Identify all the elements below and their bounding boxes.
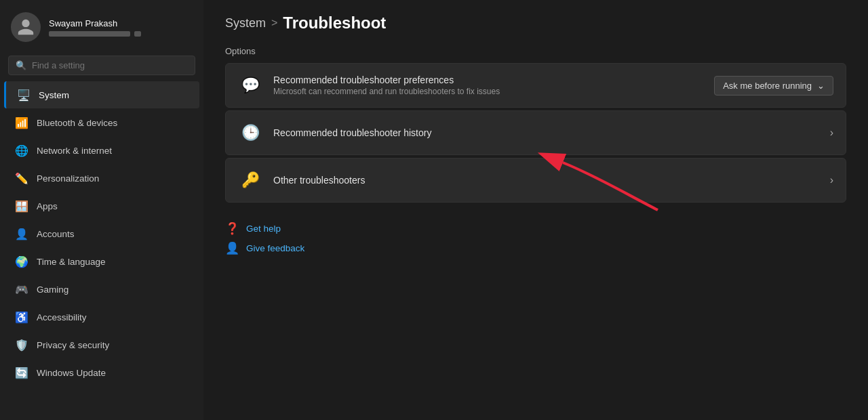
sidebar: Swayam Prakash 🔍 🖥️ System 📶 Bluetooth &… xyxy=(0,0,203,420)
sidebar-item-label: Gaming xyxy=(37,285,68,295)
sidebar-item-gaming[interactable]: 🎮 Gaming xyxy=(4,276,199,303)
option-card-recommended-prefs[interactable]: 💬 Recommended troubleshooter preferences… xyxy=(225,63,846,108)
option-card-recommended-history[interactable]: 🕒 Recommended troubleshooter history › xyxy=(225,110,846,155)
option-title: Recommended troubleshooter history xyxy=(273,127,819,138)
privacy-icon: 🛡️ xyxy=(15,338,28,352)
sidebar-item-apps[interactable]: 🪟 Apps xyxy=(4,192,199,219)
sidebar-item-accessibility[interactable]: ♿ Accessibility xyxy=(4,303,199,331)
sidebar-item-label: System xyxy=(39,90,69,100)
option-icon: 🕒 xyxy=(238,121,262,145)
sidebar-item-label: Accessibility xyxy=(37,312,87,322)
chevron-right-icon: › xyxy=(830,174,833,186)
avatar xyxy=(11,12,41,42)
options-list: 💬 Recommended troubleshooter preferences… xyxy=(225,63,846,203)
chevron-down-icon: ⌄ xyxy=(817,81,825,91)
dropdown-label: Ask me before running xyxy=(723,81,812,91)
nav-list: 🖥️ System 📶 Bluetooth & devices 🌐 Networ… xyxy=(0,81,203,387)
sidebar-item-update[interactable]: 🔄 Windows Update xyxy=(4,359,199,386)
apps-icon: 🪟 xyxy=(15,199,28,213)
user-info: Swayam Prakash xyxy=(49,18,130,37)
network-icon: 🌐 xyxy=(15,144,28,157)
accounts-icon: 👤 xyxy=(15,227,28,240)
sidebar-item-label: Network & internet xyxy=(37,146,112,156)
sidebar-item-label: Apps xyxy=(37,201,58,211)
breadcrumb-current: Troubleshoot xyxy=(283,14,386,33)
breadcrumb: System > Troubleshoot xyxy=(225,14,846,33)
gaming-icon: 🎮 xyxy=(15,282,28,296)
breadcrumb-separator: > xyxy=(271,17,277,29)
user-bar xyxy=(49,31,130,37)
search-input[interactable] xyxy=(32,60,188,70)
sidebar-item-privacy[interactable]: 🛡️ Privacy & security xyxy=(4,331,199,358)
sidebar-item-network[interactable]: 🌐 Network & internet xyxy=(4,137,199,164)
sidebar-item-label: Windows Update xyxy=(37,368,106,378)
link-label: Give feedback xyxy=(246,243,304,253)
section-label: Options xyxy=(225,46,846,56)
personalization-icon: ✏️ xyxy=(15,171,28,185)
main-wrapper: System > Troubleshoot Options 💬 Recommen… xyxy=(203,0,868,420)
sidebar-item-bluetooth[interactable]: 📶 Bluetooth & devices xyxy=(4,109,199,136)
main-content: System > Troubleshoot Options 💬 Recommen… xyxy=(203,0,868,269)
option-title: Other troubleshooters xyxy=(273,175,819,186)
user-profile[interactable]: Swayam Prakash xyxy=(0,0,203,50)
link-label: Get help xyxy=(246,224,281,234)
get-help-icon: ❓ xyxy=(225,222,239,236)
links-section: ❓ Get help 👤 Give feedback xyxy=(225,222,846,255)
option-icon: 💬 xyxy=(238,73,262,98)
dropdown-button[interactable]: Ask me before running ⌄ xyxy=(714,76,833,96)
sidebar-item-time[interactable]: 🌍 Time & language xyxy=(4,248,199,275)
bluetooth-icon: 📶 xyxy=(15,116,28,129)
option-card-other-troubleshooters[interactable]: 🔑 Other troubleshooters › xyxy=(225,158,846,203)
option-subtitle: Microsoft can recommend and run troubles… xyxy=(273,87,703,96)
sidebar-item-accounts[interactable]: 👤 Accounts xyxy=(4,220,199,247)
breadcrumb-parent[interactable]: System xyxy=(225,16,266,30)
sidebar-item-personalization[interactable]: ✏️ Personalization xyxy=(4,165,199,192)
accessibility-icon: ♿ xyxy=(15,310,28,324)
sidebar-item-label: Personalization xyxy=(37,173,99,184)
option-text: Other troubleshooters xyxy=(273,175,819,186)
option-text: Recommended troubleshooter history xyxy=(273,127,819,138)
user-name: Swayam Prakash xyxy=(49,18,130,28)
sidebar-item-label: Accounts xyxy=(37,229,75,239)
option-text: Recommended troubleshooter preferences M… xyxy=(273,75,703,96)
sidebar-item-label: Bluetooth & devices xyxy=(37,118,117,128)
option-icon: 🔑 xyxy=(238,168,262,192)
system-icon: 🖥️ xyxy=(17,88,31,102)
time-icon: 🌍 xyxy=(15,255,28,268)
option-title: Recommended troubleshooter preferences xyxy=(273,75,703,85)
chevron-right-icon: › xyxy=(830,127,833,139)
option-action: Ask me before running ⌄ xyxy=(714,76,833,96)
sidebar-item-label: Time & language xyxy=(37,257,106,267)
sidebar-item-system[interactable]: 🖥️ System xyxy=(4,81,199,108)
link-give-feedback[interactable]: 👤 Give feedback xyxy=(225,241,846,255)
link-get-help[interactable]: ❓ Get help xyxy=(225,222,846,236)
search-icon: 🔍 xyxy=(16,60,26,70)
search-box[interactable]: 🔍 xyxy=(8,56,195,75)
update-icon: 🔄 xyxy=(15,366,28,379)
sidebar-item-label: Privacy & security xyxy=(37,340,109,350)
give-feedback-icon: 👤 xyxy=(225,241,239,255)
